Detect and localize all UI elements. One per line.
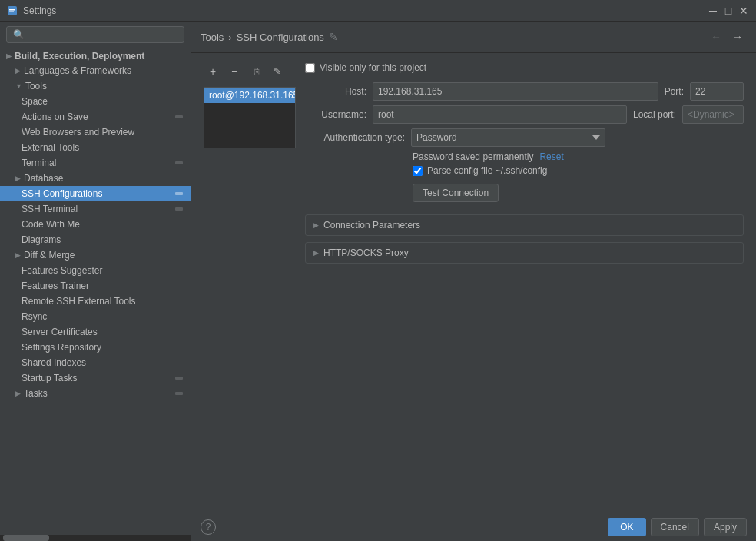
sidebar-item-label: Shared Indexes bbox=[22, 357, 86, 368]
cancel-button[interactable]: Cancel bbox=[651, 518, 699, 536]
parse-config-row: Parse config file ~/.ssh/config bbox=[413, 165, 744, 176]
sidebar-item-shared-indexes[interactable]: Shared Indexes bbox=[0, 355, 191, 370]
search-input[interactable] bbox=[28, 29, 177, 40]
add-button[interactable]: + bbox=[204, 62, 222, 81]
sidebar-item-diagrams[interactable]: Diagrams bbox=[0, 232, 191, 247]
sidebar-item-label: Actions on Save bbox=[22, 111, 88, 122]
sidebar-item-settings-repository[interactable]: Settings Repository bbox=[0, 340, 191, 355]
apply-button[interactable]: Apply bbox=[704, 518, 747, 536]
modified-indicator bbox=[174, 158, 184, 168]
maximize-button[interactable]: □ bbox=[722, 5, 734, 17]
sidebar-item-label: Startup Tasks bbox=[22, 373, 77, 383]
horizontal-scrollbar[interactable] bbox=[0, 535, 191, 541]
breadcrumb-current: SSH Configurations bbox=[237, 32, 324, 43]
sidebar-item-diff-merge[interactable]: ▶ Diff & Merge bbox=[0, 247, 191, 263]
host-label: Host: bbox=[305, 86, 366, 97]
svg-rect-6 bbox=[175, 207, 183, 211]
parse-config-checkbox[interactable] bbox=[413, 166, 423, 176]
sidebar-item-tools[interactable]: ▼ Tools bbox=[0, 78, 191, 94]
modified-indicator bbox=[174, 373, 184, 383]
copy-button[interactable]: ⎘ bbox=[247, 62, 265, 81]
sidebar-item-ssh-terminal[interactable]: SSH Terminal bbox=[0, 201, 191, 217]
sidebar-item-remote-ssh[interactable]: Remote SSH External Tools bbox=[0, 294, 191, 309]
search-box[interactable]: 🔍 bbox=[6, 26, 184, 43]
sidebar-item-build-execution[interactable]: ▶ Build, Execution, Deployment bbox=[0, 48, 191, 63]
svg-rect-3 bbox=[175, 115, 183, 118]
title-bar: Settings ─ □ ✕ bbox=[0, 0, 756, 22]
sidebar-item-ssh-configurations[interactable]: SSH Configurations bbox=[0, 186, 191, 201]
bottom-bar: ? OK Cancel Apply bbox=[191, 513, 756, 541]
edit-page-icon[interactable]: ✎ bbox=[329, 31, 338, 43]
sidebar-item-languages[interactable]: ▶ Languages & Frameworks bbox=[0, 63, 191, 78]
visible-only-checkbox[interactable] bbox=[305, 63, 315, 73]
remove-button[interactable]: − bbox=[225, 62, 244, 81]
sidebar-item-label: SSH Configurations bbox=[22, 188, 102, 199]
connection-params-header[interactable]: ▶ Connection Parameters bbox=[306, 215, 743, 235]
username-input[interactable] bbox=[373, 105, 627, 124]
sidebar-item-tasks[interactable]: ▶ Tasks bbox=[0, 386, 191, 401]
scrollbar-thumb[interactable] bbox=[3, 535, 49, 541]
svg-rect-0 bbox=[8, 6, 17, 15]
http-socks-section: ▶ HTTP/SOCKS Proxy bbox=[305, 242, 744, 264]
port-label: Port: bbox=[665, 86, 684, 97]
auth-type-select[interactable]: Password Key pair OpenSSH config and aut… bbox=[411, 128, 605, 147]
sidebar-item-code-with-me[interactable]: Code With Me bbox=[0, 217, 191, 232]
sidebar-item-external-tools[interactable]: External Tools bbox=[0, 140, 191, 155]
local-port-input[interactable] bbox=[682, 105, 744, 124]
edit-button[interactable]: ✎ bbox=[268, 62, 287, 81]
sidebar-item-server-certificates[interactable]: Server Certificates bbox=[0, 324, 191, 340]
breadcrumb-separator: › bbox=[228, 32, 231, 43]
sidebar-item-label: Tools bbox=[25, 81, 47, 91]
password-saved-row: Password saved permanently Reset bbox=[413, 151, 744, 162]
sidebar-item-features-suggester[interactable]: Features Suggester bbox=[0, 263, 191, 278]
sidebar-item-label: External Tools bbox=[22, 142, 79, 153]
panel-header: Tools › SSH Configurations ✎ ← → bbox=[191, 22, 756, 53]
test-connection-button[interactable]: Test Connection bbox=[413, 184, 499, 202]
forward-button[interactable]: → bbox=[728, 28, 747, 46]
parse-config-label: Parse config file ~/.ssh/config bbox=[427, 165, 547, 176]
back-button[interactable]: ← bbox=[707, 28, 725, 46]
sidebar-item-database[interactable]: ▶ Database bbox=[0, 171, 191, 186]
sidebar-item-label: SSH Terminal bbox=[22, 204, 78, 214]
svg-rect-2 bbox=[9, 11, 14, 12]
form-area: Visible only for this project Host: Port… bbox=[305, 62, 744, 270]
visible-only-row: Visible only for this project bbox=[305, 62, 744, 73]
local-port-label: Local port: bbox=[633, 109, 676, 120]
sidebar-item-startup-tasks[interactable]: Startup Tasks bbox=[0, 370, 191, 386]
svg-rect-1 bbox=[9, 9, 15, 11]
sidebar-item-space[interactable]: Space bbox=[0, 94, 191, 109]
sidebar-item-actions-on-save[interactable]: Actions on Save bbox=[0, 109, 191, 124]
breadcrumb-root: Tools bbox=[201, 32, 224, 43]
minimize-button[interactable]: ─ bbox=[707, 5, 719, 17]
sidebar-item-label: Terminal bbox=[22, 158, 56, 168]
host-input[interactable] bbox=[373, 82, 658, 101]
connection-params-label: Connection Parameters bbox=[323, 220, 420, 231]
right-panel: Tools › SSH Configurations ✎ ← → + − ⎘ bbox=[191, 22, 756, 541]
modified-indicator bbox=[174, 188, 184, 199]
port-input[interactable] bbox=[690, 82, 744, 101]
modified-indicator bbox=[174, 111, 184, 122]
sidebar-item-terminal[interactable]: Terminal bbox=[0, 155, 191, 171]
sidebar-item-label: Code With Me bbox=[22, 219, 80, 230]
sidebar-item-label: Rsync bbox=[22, 311, 47, 322]
window-title: Settings bbox=[23, 5, 707, 16]
sidebar-item-label: Features Suggester bbox=[22, 265, 102, 276]
close-button[interactable]: ✕ bbox=[738, 5, 750, 17]
http-socks-header[interactable]: ▶ HTTP/SOCKS Proxy bbox=[306, 243, 743, 263]
sidebar-item-features-trainer[interactable]: Features Trainer bbox=[0, 278, 191, 294]
sidebar-item-web-browsers[interactable]: Web Browsers and Preview bbox=[0, 124, 191, 140]
sidebar-item-rsync[interactable]: Rsync bbox=[0, 309, 191, 324]
password-saved-text: Password saved permanently bbox=[413, 151, 533, 162]
ssh-list-item[interactable]: root@192.168.31.165:2... bbox=[204, 88, 295, 103]
ok-button[interactable]: OK bbox=[608, 518, 645, 536]
sidebar-item-label: Diff & Merge bbox=[24, 250, 75, 261]
svg-rect-7 bbox=[175, 377, 183, 380]
help-button[interactable]: ? bbox=[201, 519, 216, 535]
ssh-list-panel: + − ⎘ ✎ root@192.168.31.165:2... bbox=[204, 62, 296, 270]
sidebar-item-label: Diagrams bbox=[22, 234, 61, 245]
bottom-actions: OK Cancel Apply bbox=[608, 518, 747, 536]
svg-rect-5 bbox=[175, 192, 183, 195]
chevron-right-icon: ▶ bbox=[6, 52, 12, 60]
reset-link[interactable]: Reset bbox=[539, 151, 563, 162]
modified-indicator bbox=[174, 388, 184, 399]
